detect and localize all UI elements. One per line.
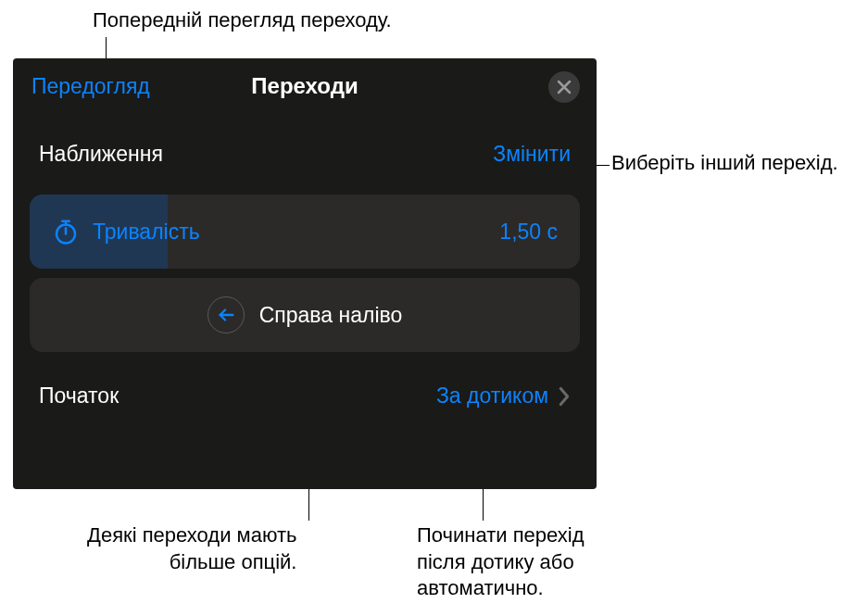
- duration-label: Тривалість: [93, 220, 200, 245]
- duration-content: Тривалість 1,50 с: [52, 218, 558, 245]
- preview-button[interactable]: Передогляд: [31, 74, 150, 99]
- close-icon: [557, 80, 572, 94]
- transition-name-row: Наближення Змінити: [13, 114, 597, 185]
- callout-text: більше опцій.: [87, 549, 296, 576]
- change-button[interactable]: Змінити: [493, 142, 571, 167]
- start-value: За дотиком: [436, 383, 548, 409]
- timer-icon: [52, 218, 80, 245]
- start-label: Початок: [39, 383, 119, 409]
- arrow-left-icon: [207, 296, 245, 333]
- direction-label: Справа наліво: [259, 303, 403, 328]
- callout-preview: Попередній перегляд переходу.: [93, 7, 392, 34]
- duration-value: 1,50 с: [499, 220, 558, 245]
- transition-name: Наближення: [39, 142, 163, 167]
- callout-options: Деякі переходи мають більше опцій.: [87, 522, 296, 575]
- panel-title: Переходи: [251, 73, 358, 99]
- callout-text: після дотику або: [417, 549, 585, 576]
- callout-text: Виберіть інший перехід.: [611, 151, 838, 174]
- chevron-right-icon: [558, 386, 571, 407]
- panel-header: Передогляд Переходи: [13, 58, 597, 114]
- callout-change: Виберіть інший перехід.: [611, 150, 843, 177]
- close-button[interactable]: [548, 71, 580, 103]
- callout-text: Деякі переходи мають: [87, 522, 296, 549]
- duration-slider[interactable]: Тривалість 1,50 с: [30, 195, 580, 269]
- callout-start: Починати перехід після дотику або автома…: [417, 522, 585, 602]
- callout-text: Починати перехід: [417, 522, 585, 549]
- start-value-group: За дотиком: [436, 383, 571, 409]
- start-row[interactable]: Початок За дотиком: [13, 361, 597, 431]
- callout-text: автоматично.: [417, 575, 585, 602]
- transitions-panel: Передогляд Переходи Наближення Змінити Т…: [13, 58, 597, 489]
- duration-left: Тривалість: [52, 218, 200, 245]
- direction-button[interactable]: Справа наліво: [30, 278, 580, 352]
